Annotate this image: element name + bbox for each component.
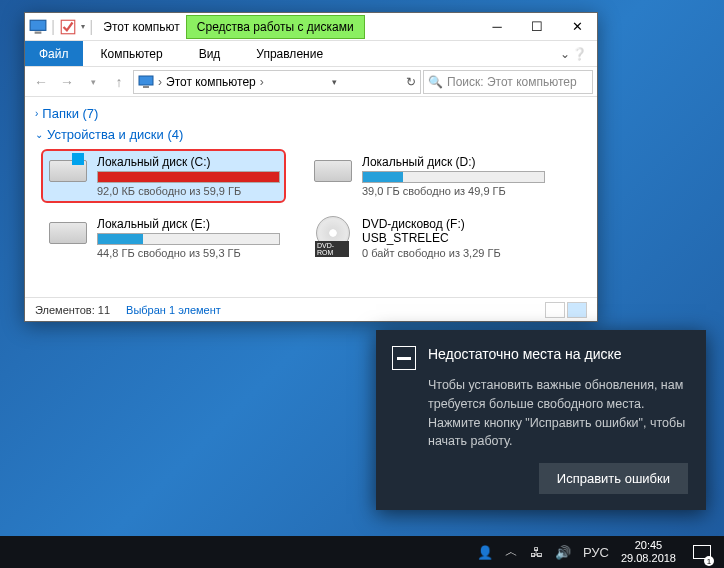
drive-name: Локальный диск (D:) (362, 155, 545, 169)
section-folders[interactable]: › Папки (7) (35, 103, 587, 124)
back-button[interactable]: ← (29, 70, 53, 94)
search-input[interactable]: 🔍 Поиск: Этот компьютер (423, 70, 593, 94)
drive-free-text: 0 байт свободно из 3,29 ГБ (362, 247, 545, 259)
drive-name: Локальный диск (C:) (97, 155, 280, 169)
view-tiles-icon[interactable] (567, 302, 587, 318)
chevron-down-icon: ⌄ (560, 47, 570, 61)
breadcrumb-sep-icon[interactable]: › (260, 75, 264, 89)
taskbar: 👤 ︿ 🖧 🔊 РУС 20:45 29.08.2018 1 (0, 536, 724, 568)
clock-time: 20:45 (621, 539, 676, 552)
action-center-icon[interactable]: 1 (688, 536, 716, 568)
capacity-bar (97, 171, 280, 183)
svg-rect-0 (30, 20, 46, 30)
tab-view[interactable]: Вид (181, 41, 239, 66)
close-button[interactable]: ✕ (557, 13, 597, 41)
fix-errors-button[interactable]: Исправить ошибки (539, 463, 688, 494)
pc-icon (29, 18, 47, 36)
view-details-icon[interactable] (545, 302, 565, 318)
tab-file[interactable]: Файл (25, 41, 83, 66)
drive-name: DVD-дисковод (F:) USB_STRELEC (362, 217, 545, 245)
pc-icon (138, 74, 154, 90)
address-bar-row: ← → ▾ ↑ › Этот компьютер › ▾ ↻ 🔍 Поиск: … (25, 67, 597, 97)
help-icon[interactable]: ❔ (572, 47, 587, 61)
forward-button[interactable]: → (55, 70, 79, 94)
svg-rect-4 (143, 86, 149, 88)
qat-separator: | (89, 18, 93, 36)
maximize-button[interactable]: ☐ (517, 13, 557, 41)
drive-item[interactable]: DVD-ROMDVD-дисковод (F:) USB_STRELEC0 ба… (306, 211, 551, 265)
drive-item[interactable]: Локальный диск (D:)39,0 ГБ свободно из 4… (306, 149, 551, 203)
explorer-window: | ▾ | Этот компьют Средства работы с дис… (24, 12, 598, 322)
checkbox-icon[interactable] (59, 18, 77, 36)
tray-chevron-up-icon[interactable]: ︿ (505, 543, 518, 561)
status-bar: Элементов: 11 Выбран 1 элемент (25, 297, 597, 321)
search-placeholder: Поиск: Этот компьютер (447, 75, 577, 89)
language-indicator[interactable]: РУС (583, 545, 609, 560)
status-count: Элементов: 11 (35, 304, 110, 316)
capacity-bar (97, 233, 280, 245)
ribbon-expand[interactable]: ⌄❔ (550, 41, 597, 66)
tab-computer[interactable]: Компьютер (83, 41, 181, 66)
address-bar[interactable]: › Этот компьютер › ▾ ↻ (133, 70, 421, 94)
content-area: › Папки (7) ⌄ Устройства и диски (4) Лок… (25, 97, 597, 271)
drive-free-text: 44,8 ГБ свободно из 59,3 ГБ (97, 247, 280, 259)
breadcrumb-sep-icon[interactable]: › (158, 75, 162, 89)
drive-item[interactable]: Локальный диск (C:)92,0 КБ свободно из 5… (41, 149, 286, 203)
svg-rect-1 (35, 31, 42, 33)
drive-name: Локальный диск (E:) (97, 217, 280, 231)
chevron-down-icon: ⌄ (35, 129, 43, 140)
clock[interactable]: 20:45 29.08.2018 (621, 539, 676, 565)
system-tray: 👤 ︿ 🖧 🔊 РУС 20:45 29.08.2018 1 (469, 536, 724, 568)
qat-dropdown-icon[interactable]: ▾ (81, 22, 85, 31)
recent-dropdown[interactable]: ▾ (81, 70, 105, 94)
address-dropdown-icon[interactable]: ▾ (332, 77, 337, 87)
search-icon: 🔍 (428, 75, 443, 89)
minimize-button[interactable]: ─ (477, 13, 517, 41)
ribbon-tabs: Файл Компьютер Вид Управление ⌄❔ (25, 41, 597, 67)
drives-grid: Локальный диск (C:)92,0 КБ свободно из 5… (35, 149, 587, 265)
notification-badge: 1 (704, 556, 714, 566)
notification-title: Недостаточно места на диске (428, 346, 622, 370)
capacity-bar (362, 171, 545, 183)
hdd-icon (49, 160, 87, 182)
drive-item[interactable]: Локальный диск (E:)44,8 ГБ свободно из 5… (41, 211, 286, 265)
up-button[interactable]: ↑ (107, 70, 131, 94)
people-icon[interactable]: 👤 (477, 545, 493, 560)
context-tab[interactable]: Средства работы с дисками (186, 15, 365, 39)
hdd-icon (49, 222, 87, 244)
volume-icon[interactable]: 🔊 (555, 545, 571, 560)
drive-free-text: 92,0 КБ свободно из 59,9 ГБ (97, 185, 280, 197)
toast-notification[interactable]: Недостаточно места на диске Чтобы устано… (376, 330, 706, 510)
section-devices[interactable]: ⌄ Устройства и диски (4) (35, 124, 587, 145)
qat-separator: | (51, 18, 55, 36)
status-selection: Выбран 1 элемент (126, 304, 221, 316)
drive-free-text: 39,0 ГБ свободно из 49,9 ГБ (362, 185, 545, 197)
notification-body: Чтобы установить важные обновления, нам … (392, 376, 688, 451)
refresh-icon[interactable]: ↻ (406, 75, 416, 89)
svg-rect-3 (139, 76, 153, 85)
storage-icon (392, 346, 416, 370)
network-icon[interactable]: 🖧 (530, 545, 543, 560)
clock-date: 29.08.2018 (621, 552, 676, 565)
tab-manage[interactable]: Управление (238, 41, 341, 66)
dvd-icon: DVD-ROM (316, 216, 350, 250)
chevron-right-icon: › (35, 108, 38, 119)
breadcrumb-root[interactable]: Этот компьютер (166, 75, 256, 89)
hdd-icon (314, 160, 352, 182)
titlebar: | ▾ | Этот компьют Средства работы с дис… (25, 13, 597, 41)
window-title: Этот компьют (97, 20, 186, 34)
